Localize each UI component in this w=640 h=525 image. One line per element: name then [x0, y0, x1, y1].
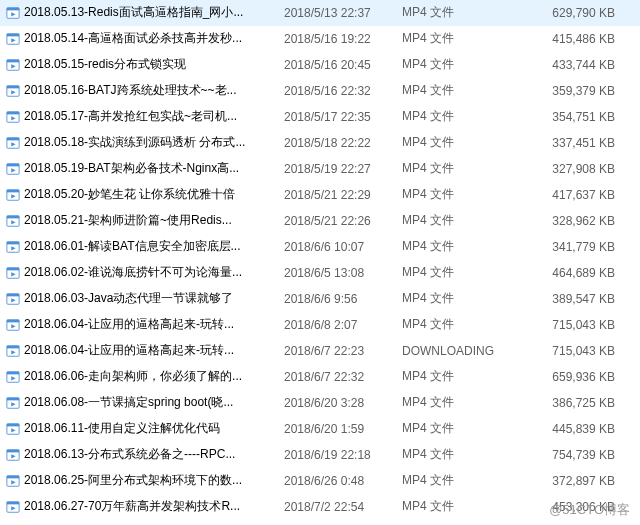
file-icon-cell [4, 474, 22, 488]
file-type: MP4 文件 [398, 316, 513, 333]
file-row[interactable]: 2018.06.03-Java动态代理一节课就够了2018/6/6 9:56MP… [0, 286, 640, 312]
file-icon-cell [4, 162, 22, 176]
svg-rect-49 [7, 423, 19, 426]
file-date: 2018/6/20 1:59 [280, 422, 398, 436]
file-row[interactable]: 2018.06.08-一节课搞定spring boot(晓...2018/6/2… [0, 390, 640, 416]
file-row[interactable]: 2018.05.21-架构师进阶篇~使用Redis...2018/5/21 22… [0, 208, 640, 234]
file-name: 2018.06.04-让应用的逼格高起来-玩转... [22, 342, 280, 359]
file-type: MP4 文件 [398, 446, 513, 463]
file-name: 2018.05.17-高并发抢红包实战~老司机... [22, 108, 280, 125]
file-size: 359,379 KB [513, 84, 623, 98]
file-size: 715,043 KB [513, 344, 623, 358]
file-list: 2018.05.13-Redis面试高逼格指南_网小...2018/5/13 2… [0, 0, 640, 520]
file-type: MP4 文件 [398, 264, 513, 281]
file-name: 2018.06.08-一节课搞定spring boot(晓... [22, 394, 280, 411]
file-icon-cell [4, 266, 22, 280]
file-date: 2018/6/7 22:32 [280, 370, 398, 384]
file-row[interactable]: 2018.06.04-让应用的逼格高起来-玩转...2018/6/8 2:07M… [0, 312, 640, 338]
file-type: MP4 文件 [398, 134, 513, 151]
video-file-icon [6, 58, 20, 72]
file-row[interactable]: 2018.05.14-高逼格面试必杀技高并发秒...2018/5/16 19:2… [0, 26, 640, 52]
file-row[interactable]: 2018.05.20-妙笔生花 让你系统优雅十倍2018/5/21 22:29M… [0, 182, 640, 208]
video-file-icon [6, 240, 20, 254]
file-size: 327,908 KB [513, 162, 623, 176]
file-name: 2018.06.06-走向架构师，你必须了解的... [22, 368, 280, 385]
file-icon-cell [4, 84, 22, 98]
svg-rect-52 [7, 449, 19, 452]
file-size: 337,451 KB [513, 136, 623, 150]
file-row[interactable]: 2018.06.06-走向架构师，你必须了解的...2018/6/7 22:32… [0, 364, 640, 390]
file-icon-cell [4, 214, 22, 228]
video-file-icon [6, 188, 20, 202]
video-file-icon [6, 266, 20, 280]
svg-rect-55 [7, 475, 19, 478]
svg-rect-46 [7, 397, 19, 400]
file-name: 2018.05.15-redis分布式锁实现 [22, 56, 280, 73]
file-row[interactable]: 2018.05.18-实战演练到源码透析 分布式...2018/5/18 22:… [0, 130, 640, 156]
file-row[interactable]: 2018.05.19-BAT架构必备技术-Nginx高...2018/5/19 … [0, 156, 640, 182]
file-icon-cell [4, 448, 22, 462]
file-size: 445,839 KB [513, 422, 623, 436]
file-size: 715,043 KB [513, 318, 623, 332]
file-date: 2018/6/5 13:08 [280, 266, 398, 280]
video-file-icon [6, 136, 20, 150]
file-row[interactable]: 2018.06.11-使用自定义注解优化代码2018/6/20 1:59MP4 … [0, 416, 640, 442]
file-type: MP4 文件 [398, 186, 513, 203]
file-size: 415,486 KB [513, 32, 623, 46]
file-type: MP4 文件 [398, 394, 513, 411]
file-row[interactable]: 2018.05.16-BATJ跨系统处理技术~~老...2018/5/16 22… [0, 78, 640, 104]
file-name: 2018.05.13-Redis面试高逼格指南_网小... [22, 4, 280, 21]
file-name: 2018.06.11-使用自定义注解优化代码 [22, 420, 280, 437]
file-icon-cell [4, 240, 22, 254]
file-size: 433,744 KB [513, 58, 623, 72]
file-name: 2018.06.25-阿里分布式架构环境下的数... [22, 472, 280, 489]
file-type: MP4 文件 [398, 238, 513, 255]
video-file-icon [6, 110, 20, 124]
file-icon-cell [4, 318, 22, 332]
file-row[interactable]: 2018.05.13-Redis面试高逼格指南_网小...2018/5/13 2… [0, 0, 640, 26]
file-name: 2018.05.20-妙笔生花 让你系统优雅十倍 [22, 186, 280, 203]
file-row[interactable]: 2018.05.15-redis分布式锁实现2018/5/16 20:45MP4… [0, 52, 640, 78]
file-row[interactable]: 2018.06.27-70万年薪高并发架构技术R...2018/7/2 22:5… [0, 494, 640, 520]
file-date: 2018/6/20 3:28 [280, 396, 398, 410]
file-type: MP4 文件 [398, 56, 513, 73]
file-row[interactable]: 2018.06.25-阿里分布式架构环境下的数...2018/6/26 0:48… [0, 468, 640, 494]
file-type: MP4 文件 [398, 82, 513, 99]
file-date: 2018/5/16 20:45 [280, 58, 398, 72]
file-date: 2018/5/18 22:22 [280, 136, 398, 150]
file-name: 2018.06.04-让应用的逼格高起来-玩转... [22, 316, 280, 333]
file-row[interactable]: 2018.06.13-分布式系统必备之----RPC...2018/6/19 2… [0, 442, 640, 468]
file-name: 2018.06.27-70万年薪高并发架构技术R... [22, 498, 280, 515]
file-icon-cell [4, 32, 22, 46]
file-icon-cell [4, 396, 22, 410]
svg-rect-7 [7, 59, 19, 62]
file-row[interactable]: 2018.06.02-谁说海底捞针不可为论海量...2018/6/5 13:08… [0, 260, 640, 286]
svg-rect-34 [7, 293, 19, 296]
svg-rect-37 [7, 319, 19, 322]
file-date: 2018/6/6 9:56 [280, 292, 398, 306]
file-date: 2018/5/16 19:22 [280, 32, 398, 46]
file-type: MP4 文件 [398, 498, 513, 515]
svg-rect-22 [7, 189, 19, 192]
file-date: 2018/5/19 22:27 [280, 162, 398, 176]
file-size: 389,547 KB [513, 292, 623, 306]
file-row[interactable]: 2018.06.04-让应用的逼格高起来-玩转...2018/6/7 22:23… [0, 338, 640, 364]
video-file-icon [6, 292, 20, 306]
file-name: 2018.06.13-分布式系统必备之----RPC... [22, 446, 280, 463]
file-size: 386,725 KB [513, 396, 623, 410]
file-row[interactable]: 2018.06.01-解读BAT信息安全加密底层...2018/6/6 10:0… [0, 234, 640, 260]
file-icon-cell [4, 136, 22, 150]
svg-rect-40 [7, 345, 19, 348]
file-size: 659,936 KB [513, 370, 623, 384]
file-type: MP4 文件 [398, 290, 513, 307]
svg-rect-31 [7, 267, 19, 270]
file-type: MP4 文件 [398, 472, 513, 489]
file-size: 754,739 KB [513, 448, 623, 462]
file-icon-cell [4, 188, 22, 202]
video-file-icon [6, 370, 20, 384]
file-name: 2018.06.03-Java动态代理一节课就够了 [22, 290, 280, 307]
file-row[interactable]: 2018.05.17-高并发抢红包实战~老司机...2018/5/17 22:3… [0, 104, 640, 130]
file-type: MP4 文件 [398, 30, 513, 47]
file-date: 2018/5/13 22:37 [280, 6, 398, 20]
video-file-icon [6, 84, 20, 98]
